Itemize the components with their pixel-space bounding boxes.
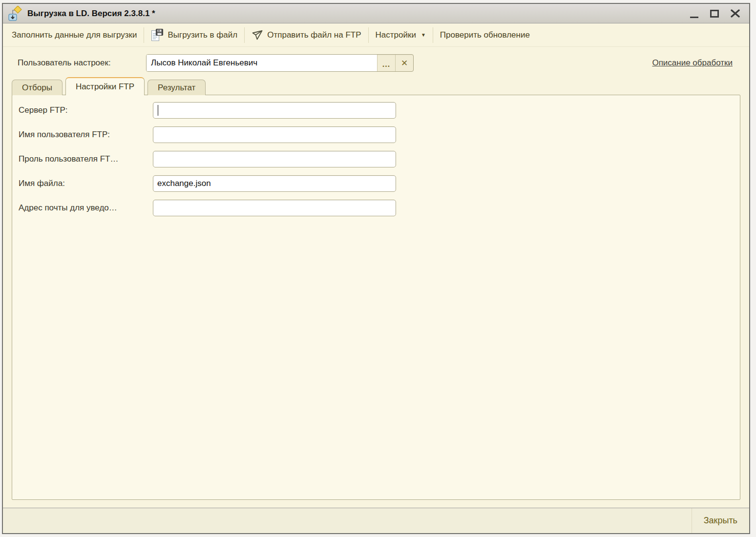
ftp-password-input[interactable]	[153, 151, 396, 167]
minimize-icon	[690, 17, 698, 18]
ftp-username-field	[153, 126, 396, 143]
clear-value-button[interactable]: ✕	[396, 55, 413, 71]
check-update-label: Проверить обновление	[440, 30, 530, 40]
toolbar-separator	[368, 27, 369, 43]
send-ftp-button[interactable]: Отправить файл на FTP	[246, 26, 367, 44]
notify-email-field	[153, 200, 396, 216]
tab-nastroyki-ftp[interactable]: Настройки FTP	[65, 77, 145, 95]
tab-rezultat[interactable]: Результат	[147, 80, 206, 95]
settings-user-label: Пользователь настроек:	[18, 58, 146, 68]
notify-email-label: Адрес почты для уведо…	[19, 203, 153, 213]
form-row-filename: Имя файла:	[19, 175, 740, 192]
settings-user-field: … ✕	[146, 54, 414, 72]
filename-label: Имя файла:	[19, 179, 153, 188]
titlebar: Выгрузка в LD. Версия 2.3.8.1 *	[3, 4, 749, 23]
toolbar: Заполнить данные для выгрузки Выгрузить …	[3, 23, 749, 47]
fill-data-button[interactable]: Заполнить данные для выгрузки	[6, 26, 143, 44]
chevron-down-icon: ▼	[421, 32, 426, 38]
footer-bar: Закрыть	[3, 508, 749, 533]
ftp-password-label: Проль пользователя FT…	[19, 154, 153, 164]
lookup-ellipsis-button[interactable]: …	[378, 55, 395, 71]
fill-data-label: Заполнить данные для выгрузки	[12, 30, 137, 40]
notify-email-input[interactable]	[153, 200, 396, 216]
ftp-username-label: Имя пользователя FTP:	[19, 130, 153, 140]
toolbar-separator	[144, 27, 144, 43]
processing-description-link[interactable]: Описание обработки	[652, 58, 739, 68]
filename-input[interactable]	[153, 175, 396, 192]
form-row-ftp-username: Имя пользователя FTP:	[19, 126, 740, 143]
export-to-file-label: Выгрузить в файл	[168, 30, 237, 40]
filename-field	[153, 175, 396, 192]
ftp-password-field	[153, 151, 396, 167]
save-to-file-icon	[151, 28, 164, 42]
tab-bar: Отборы Настройки FTP Результат	[3, 77, 749, 95]
maximize-button[interactable]	[708, 7, 721, 20]
toolbar-separator	[433, 27, 433, 43]
toolbar-separator	[244, 27, 245, 43]
tab-otbory[interactable]: Отборы	[12, 80, 63, 95]
minimize-button[interactable]	[688, 7, 700, 20]
window-title: Выгрузка в LD. Версия 2.3.8.1 *	[27, 9, 155, 19]
window-controls	[688, 7, 744, 20]
form-row-ftp-server: Сервер FTP:	[19, 102, 740, 119]
close-form-button[interactable]: Закрыть	[692, 516, 749, 526]
ftp-server-input[interactable]	[153, 102, 396, 119]
content-area: Пользователь настроек: … ✕ Описание обра…	[3, 47, 749, 508]
ftp-server-label: Сервер FTP:	[19, 105, 153, 115]
form-row-ftp-password: Проль пользователя FT…	[19, 151, 740, 167]
export-to-file-button[interactable]: Выгрузить в файл	[145, 26, 243, 44]
ftp-username-input[interactable]	[153, 126, 396, 143]
ftp-settings-panel: Сервер FTP: Имя пользователя FTP: Проль …	[12, 95, 740, 500]
settings-menu-button[interactable]: Настройки ▼	[370, 26, 432, 44]
form-row-notify-email: Адрес почты для уведо…	[19, 200, 740, 216]
paper-plane-icon	[252, 29, 263, 41]
external-processor-icon	[8, 6, 22, 21]
settings-user-input[interactable]	[147, 55, 377, 71]
app-window: Выгрузка в LD. Версия 2.3.8.1 * Заполнит…	[2, 3, 750, 534]
close-icon	[731, 9, 740, 18]
settings-label: Настройки	[376, 30, 416, 40]
ftp-server-field	[153, 102, 396, 119]
settings-user-row: Пользователь настроек: … ✕ Описание обра…	[3, 54, 749, 72]
send-ftp-label: Отправить файл на FTP	[267, 30, 361, 40]
close-button[interactable]	[729, 7, 741, 20]
check-update-button[interactable]: Проверить обновление	[434, 26, 536, 44]
text-cursor	[158, 105, 158, 116]
maximize-icon	[710, 10, 719, 18]
